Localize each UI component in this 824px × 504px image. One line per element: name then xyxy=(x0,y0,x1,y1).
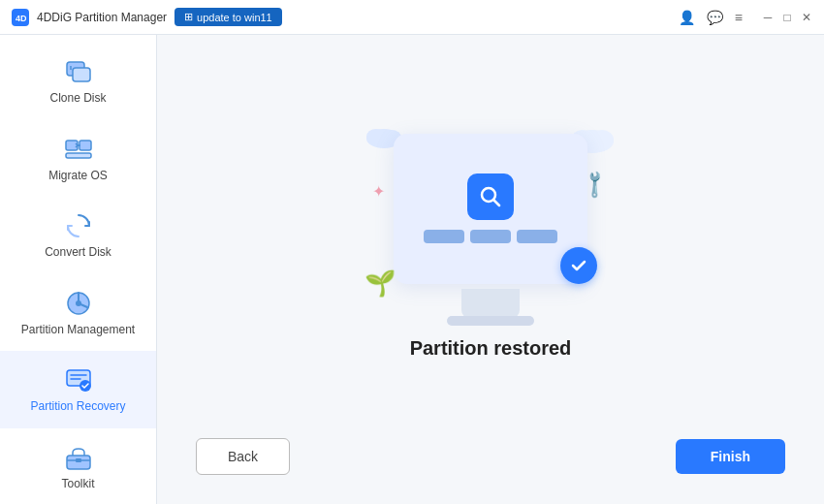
sidebar-item-partition-recovery[interactable]: Partition Recovery xyxy=(0,351,156,428)
partition-management-label: Partition Management xyxy=(21,323,135,338)
plant-decoration: 🌱 xyxy=(364,268,396,299)
svg-text:4D: 4D xyxy=(16,14,27,23)
app-name: 4DDiG Partition Manager xyxy=(37,11,167,24)
svg-line-22 xyxy=(494,201,500,206)
clone-disk-icon xyxy=(63,56,94,87)
update-button[interactable]: ⊞ update to win11 xyxy=(174,8,282,26)
bottom-actions: Back Finish xyxy=(196,428,785,475)
monitor-base xyxy=(447,316,534,326)
menu-icon[interactable]: ≡ xyxy=(735,10,743,25)
monitor-stand xyxy=(461,289,520,318)
titlebar-left: 4D 4DDiG Partition Manager ⊞ update to w… xyxy=(12,8,679,26)
sidebar-item-toolkit[interactable]: Toolkit xyxy=(0,428,156,504)
sidebar-item-migrate-os[interactable]: Migrate OS xyxy=(0,120,156,198)
sidebar: Clone Disk Migrate OS xyxy=(0,35,157,504)
svg-rect-6 xyxy=(79,141,91,150)
finish-button[interactable]: Finish xyxy=(676,439,785,474)
chat-icon[interactable]: 💬 xyxy=(707,10,723,25)
user-icon[interactable]: 👤 xyxy=(679,10,695,25)
main-layout: Clone Disk Migrate OS xyxy=(0,35,824,504)
monitor-progress-bars xyxy=(424,230,557,243)
svg-rect-5 xyxy=(66,141,78,150)
convert-disk-label: Convert Disk xyxy=(45,245,111,261)
checkmark-badge xyxy=(560,247,597,284)
monitor-body xyxy=(394,134,587,284)
back-button[interactable]: Back xyxy=(196,438,290,475)
svg-rect-14 xyxy=(76,458,81,462)
maximize-button[interactable]: □ xyxy=(781,12,793,23)
migrate-os-icon xyxy=(63,134,94,165)
monitor-illustration: 🔧 ✦ xyxy=(364,124,617,318)
illustration-area: 🔧 ✦ xyxy=(364,54,617,428)
monitor-bar-3 xyxy=(517,230,557,243)
convert-disk-icon xyxy=(63,210,94,241)
app-logo: 4D xyxy=(12,9,29,26)
partition-recovery-label: Partition Recovery xyxy=(30,399,125,415)
titlebar-right: 👤 💬 ≡ ─ □ ✕ xyxy=(679,10,812,25)
close-button[interactable]: ✕ xyxy=(801,12,812,23)
svg-point-20 xyxy=(590,130,614,149)
sidebar-item-clone-disk[interactable]: Clone Disk xyxy=(0,43,156,120)
svg-rect-3 xyxy=(73,68,90,81)
monitor-search-icon xyxy=(467,173,514,220)
toolkit-icon xyxy=(63,442,94,473)
window-controls: ─ □ ✕ xyxy=(762,12,812,23)
monitor-bar-2 xyxy=(470,230,511,243)
partition-recovery-icon xyxy=(63,364,94,395)
content-area: 🔧 ✦ xyxy=(157,35,824,504)
sidebar-item-partition-management[interactable]: Partition Management xyxy=(0,274,156,352)
monitor-bar-1 xyxy=(424,230,464,243)
minimize-button[interactable]: ─ xyxy=(762,12,774,23)
toolkit-label: Toolkit xyxy=(61,477,94,492)
windows-icon: ⊞ xyxy=(184,11,193,23)
svg-rect-7 xyxy=(66,153,91,158)
clone-disk-label: Clone Disk xyxy=(49,91,106,107)
migrate-os-label: Migrate OS xyxy=(48,169,108,184)
partition-mgmt-icon xyxy=(63,288,94,319)
sparkle-decoration: ✦ xyxy=(372,182,385,201)
svg-point-9 xyxy=(76,300,81,306)
titlebar: 4D 4DDiG Partition Manager ⊞ update to w… xyxy=(0,0,824,35)
restored-title: Partition restored xyxy=(410,337,572,360)
sidebar-item-convert-disk[interactable]: Convert Disk xyxy=(0,197,156,274)
